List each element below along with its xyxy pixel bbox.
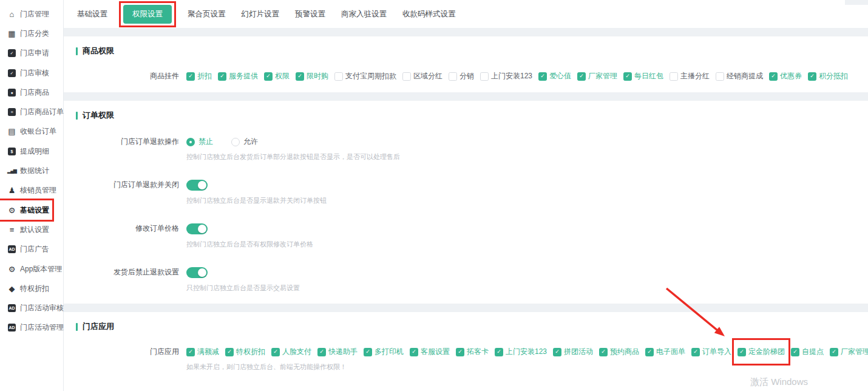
checkbox[interactable]: ✓ bbox=[296, 72, 304, 81]
checkbox[interactable]: ✓ bbox=[645, 348, 654, 356]
checkbox[interactable] bbox=[449, 72, 457, 81]
main-content: 基础设置权限设置聚合页设置幻灯片设置预警设置商家入驻设置收款码样式设置 商品权限… bbox=[64, 0, 868, 391]
checkbox[interactable]: ✓ bbox=[691, 348, 700, 356]
checkbox[interactable]: ✓ bbox=[623, 72, 632, 81]
sidebar-item[interactable]: ≡默认设置 bbox=[0, 220, 53, 239]
radio-option-label: 允许 bbox=[243, 137, 258, 147]
toggle-switch-on[interactable] bbox=[186, 223, 208, 234]
section-title-text: 订单权限 bbox=[83, 110, 114, 121]
tab-active[interactable]: 权限设置 bbox=[123, 5, 172, 24]
order-row-label: 门店订单退款操作 bbox=[76, 137, 179, 162]
sidebar-item[interactable]: ✓门店审核 bbox=[0, 63, 53, 83]
checkbox-label: 服务提供 bbox=[229, 71, 258, 81]
radio-unselected-icon[interactable] bbox=[231, 138, 240, 146]
checkbox[interactable] bbox=[402, 72, 411, 81]
checkbox[interactable]: ✓ bbox=[264, 72, 273, 81]
sidebar-item[interactable]: ▦门店分类 bbox=[0, 24, 53, 43]
checkbox-item: ✓订单导入 bbox=[691, 347, 731, 357]
sidebar-item[interactable]: ▤收银台订单 bbox=[0, 122, 60, 141]
checkbox[interactable]: ✓ bbox=[791, 348, 799, 356]
sidebar-item[interactable]: ≡门店商品订单 bbox=[0, 102, 67, 121]
checkbox-label: 订单导入 bbox=[702, 347, 731, 357]
app-version-icon: ⚙ bbox=[7, 265, 16, 273]
checkbox-item: ✓服务提供 bbox=[218, 71, 258, 81]
checkbox-label: 支付宝周期扣款 bbox=[345, 71, 396, 81]
sidebar-item[interactable]: AD门店活动审核 bbox=[0, 298, 67, 318]
store-audit-icon: ✓ bbox=[7, 69, 16, 77]
section-title-order-permission: 订单权限 bbox=[76, 110, 868, 121]
sidebar-item-label: 数据统计 bbox=[20, 166, 49, 176]
sidebar-item[interactable]: $提成明细 bbox=[0, 141, 53, 161]
checkbox[interactable]: ✓ bbox=[737, 348, 746, 356]
sidebar-item[interactable]: ⚙App版本管理 bbox=[0, 259, 66, 279]
checkbox[interactable]: ✓ bbox=[186, 72, 195, 81]
checkbox-label: 优惠券 bbox=[780, 71, 802, 81]
sidebar-item[interactable]: ⚙基础设置 bbox=[0, 200, 53, 220]
radio-option[interactable]: 禁止 bbox=[186, 137, 213, 147]
section-title-text: 门店应用 bbox=[83, 321, 114, 332]
tab-item[interactable]: 预警设置 bbox=[295, 9, 325, 19]
checkbox[interactable]: ✓ bbox=[225, 348, 234, 356]
checkbox[interactable]: ✓ bbox=[553, 348, 561, 356]
sidebar-item[interactable]: ♟核销员管理 bbox=[0, 181, 60, 200]
activity-manage-icon: AD bbox=[7, 324, 16, 332]
checkbox[interactable]: ✓ bbox=[271, 348, 280, 356]
goods-permission-card: 商品权限 商品挂件 ✓折扣✓服务提供✓权限✓限时购支付宝周期扣款区域分红分销上门… bbox=[64, 36, 868, 92]
checkbox-item: ✓优惠券 bbox=[769, 71, 802, 81]
checkbox[interactable] bbox=[334, 72, 343, 81]
checkbox-item: ✓权限 bbox=[264, 71, 290, 81]
top-right-corner-strip bbox=[845, 0, 868, 5]
store-ad-icon: AD bbox=[7, 245, 16, 253]
radio-selected-icon[interactable] bbox=[186, 138, 195, 146]
checkbox[interactable]: ✓ bbox=[538, 72, 547, 81]
checkbox[interactable]: ✓ bbox=[769, 72, 778, 81]
sidebar-item[interactable]: ◆特权折扣 bbox=[0, 279, 53, 298]
sidebar-item[interactable]: ●门店商品 bbox=[0, 83, 53, 102]
checkbox[interactable] bbox=[670, 72, 678, 81]
store-app-label: 门店应用 bbox=[76, 347, 179, 372]
checkbox[interactable]: ✓ bbox=[410, 348, 418, 356]
section-title-goods-permission: 商品权限 bbox=[76, 46, 868, 56]
radio-option[interactable]: 允许 bbox=[231, 137, 258, 147]
sidebar-item[interactable]: ✓门店申请 bbox=[0, 44, 53, 63]
sidebar-item-label: 核销员管理 bbox=[20, 185, 56, 195]
sidebar-item-label: 基础设置 bbox=[20, 205, 49, 216]
sidebar-item-label: 门店管理 bbox=[20, 9, 49, 19]
checkbox-label: 厂家管理 bbox=[841, 347, 868, 357]
tab-item[interactable]: 基础设置 bbox=[77, 9, 107, 19]
goods-widget-row: 商品挂件 ✓折扣✓服务提供✓权限✓限时购支付宝周期扣款区域分红分销上门安装123… bbox=[76, 71, 868, 81]
tab-item[interactable]: 收款码样式设置 bbox=[402, 9, 456, 19]
checkbox[interactable]: ✓ bbox=[495, 348, 503, 356]
tab-item[interactable]: 幻灯片设置 bbox=[242, 9, 280, 19]
checkbox-label: 权限 bbox=[275, 71, 290, 81]
store-app-checkbox-group: ✓满额减✓特权折扣✓人脸支付✓快递助手✓多打印机✓客服设置✓拓客卡✓上门安装12… bbox=[186, 347, 868, 357]
checkbox[interactable] bbox=[480, 72, 489, 81]
toggle-switch-on[interactable] bbox=[186, 267, 208, 278]
checkbox[interactable]: ✓ bbox=[186, 348, 195, 356]
tab-item[interactable]: 商家入驻设置 bbox=[341, 9, 387, 19]
sidebar-item[interactable]: AD门店活动管理 bbox=[0, 318, 67, 338]
checkbox-item: ✓上门安装123 bbox=[495, 347, 547, 357]
checkbox[interactable]: ✓ bbox=[599, 348, 608, 356]
order-row-label: 发货后禁止退款设置 bbox=[76, 267, 179, 293]
tab-item[interactable]: 聚合页设置 bbox=[188, 9, 226, 19]
checkbox[interactable]: ✓ bbox=[577, 72, 586, 81]
statistics-icon: ▂▄▆ bbox=[7, 169, 16, 174]
sidebar-item-label: 门店广告 bbox=[20, 244, 49, 254]
checkbox[interactable]: ✓ bbox=[364, 348, 372, 356]
radio-option-label: 禁止 bbox=[198, 137, 213, 147]
order-permission-card: 订单权限 门店订单退款操作禁止允许控制门店独立后台发货后订单部分退款按钮是否显示… bbox=[64, 101, 868, 304]
checkbox[interactable]: ✓ bbox=[218, 72, 226, 81]
toggle-switch-on[interactable] bbox=[186, 180, 208, 191]
sidebar-item[interactable]: ⌂门店管理 bbox=[0, 4, 53, 24]
checkbox[interactable]: ✓ bbox=[456, 348, 464, 356]
checkbox[interactable]: ✓ bbox=[808, 72, 816, 81]
sidebar-item[interactable]: ▂▄▆数据统计 bbox=[0, 161, 53, 180]
checkbox[interactable]: ✓ bbox=[830, 348, 838, 356]
sidebar-item-label: 门店商品订单 bbox=[20, 107, 64, 117]
order-permission-row: 修改订单价格控制门店独立后台是否有权限修改订单价格 bbox=[76, 223, 868, 249]
checkbox-item: ✓积分抵扣 bbox=[808, 71, 848, 81]
sidebar-item[interactable]: AD门店广告 bbox=[0, 240, 53, 259]
checkbox[interactable]: ✓ bbox=[317, 348, 326, 356]
checkbox[interactable] bbox=[716, 72, 724, 81]
